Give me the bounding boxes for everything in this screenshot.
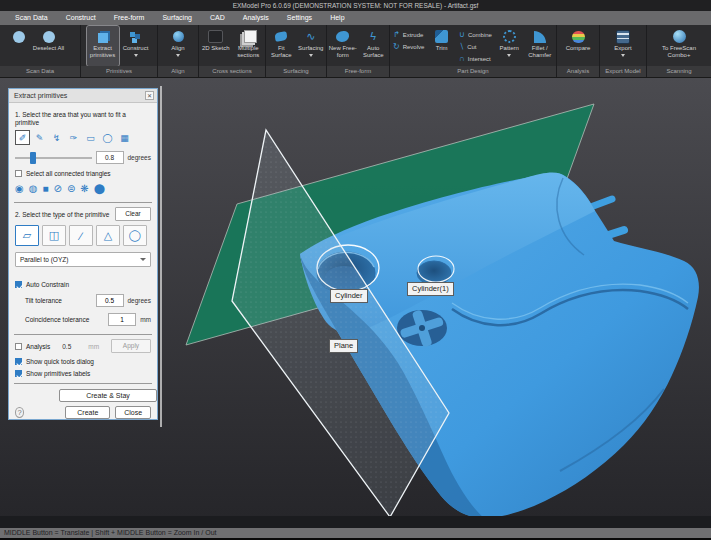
trim-icon <box>435 29 448 44</box>
coincidence-tolerance-field[interactable] <box>108 313 136 326</box>
region-tool-5[interactable]: ⊜ <box>67 184 75 194</box>
construct-button[interactable]: Construct <box>120 26 152 66</box>
cylinder-type-button[interactable]: ◫ <box>42 225 66 246</box>
cut-button[interactable]: ∖ Cut <box>459 43 492 51</box>
chevron-down-icon <box>134 54 138 57</box>
region-tool-4[interactable]: ⊘ <box>54 184 62 194</box>
analysis-checkbox[interactable] <box>15 343 22 350</box>
export-button[interactable]: Export <box>607 26 639 66</box>
construct-icon <box>130 29 141 44</box>
align-button[interactable]: Align <box>162 26 194 66</box>
multiple-sections-button[interactable]: Multiple sections <box>233 26 265 66</box>
intersect-button[interactable]: ∩ Intersect <box>459 55 492 63</box>
line-select-tool[interactable]: ✎ <box>32 130 47 145</box>
fit-surface-icon <box>275 29 287 44</box>
2d-sketch-button[interactable]: 2D Sketch <box>200 26 232 66</box>
paint-all-select-tool[interactable]: ▦ <box>117 130 132 145</box>
plane-type-button[interactable]: ▱ <box>15 225 39 246</box>
slider-track[interactable] <box>15 157 92 159</box>
clipped-icon <box>23 29 25 44</box>
region-tool-2[interactable]: ◍ <box>29 184 38 194</box>
new-free-form-button[interactable]: New Free-form <box>328 26 358 66</box>
fillet-chamfer-button[interactable]: Fillet / Chamfer <box>525 26 555 66</box>
ribbon: Deselect All Scan Data Extract primitive… <box>0 25 711 77</box>
slider-handle[interactable] <box>30 152 36 164</box>
label-plane[interactable]: Plane <box>329 339 358 353</box>
create-button[interactable]: Create <box>65 406 110 419</box>
help-icon[interactable]: ? <box>15 407 24 418</box>
deselect-all-button[interactable]: Deselect All <box>33 26 65 66</box>
chevron-down-icon <box>507 54 511 57</box>
region-tool-7[interactable]: ⬤ <box>94 184 105 194</box>
region-tool-3[interactable]: ■ <box>42 184 48 194</box>
divider <box>14 383 152 384</box>
menu-settings[interactable]: Settings <box>278 11 321 25</box>
panel-resize-gutter[interactable] <box>160 86 162 427</box>
new-free-form-icon <box>336 29 349 44</box>
panel-header: Extract primitives ✕ <box>9 89 157 103</box>
panel-close-button[interactable]: ✕ <box>145 91 154 100</box>
chevron-down-icon <box>309 54 313 57</box>
rectangle-select-tool[interactable]: ▭ <box>83 130 98 145</box>
auto-constrain-row[interactable]: Auto Constrain <box>15 281 151 288</box>
primitives-labels-checkbox[interactable] <box>15 370 22 377</box>
ribbon-group-primitives: Extract primitives Construct Primitives <box>81 25 157 77</box>
trim-button[interactable]: Trim <box>427 26 456 66</box>
pattern-button[interactable]: Pattern <box>495 26 524 66</box>
extrude-button[interactable]: ↱ Extrude <box>393 31 424 39</box>
label-cylinder1[interactable]: Cylinder(1) <box>407 282 454 296</box>
analysis-unit: mm <box>88 343 99 350</box>
fit-surface-button[interactable]: Fit Surface <box>267 26 296 66</box>
menu-analysis[interactable]: Analysis <box>234 11 278 25</box>
window-title-bar: EXModel Pro 6.0.69 (DEMONSTRATION SYSTEM… <box>0 0 711 11</box>
polyline-select-tool[interactable]: ↯ <box>49 130 64 145</box>
to-freescan-button[interactable]: To FreeScan Combo+ <box>656 26 702 66</box>
extract-primitives-button[interactable]: Extract primitives <box>87 26 119 66</box>
menu-free-form[interactable]: Free-form <box>105 11 154 25</box>
quick-tools-row[interactable]: Show quick tools dialog <box>15 358 151 365</box>
select-all-checkbox[interactable] <box>15 170 22 177</box>
auto-surface-button[interactable]: ϟ Auto Surface <box>359 26 389 66</box>
panel-title: Extract primitives <box>14 92 67 99</box>
compare-button[interactable]: Compare <box>562 26 594 66</box>
ribbon-group-free-form: New Free-form ϟ Auto Surface Free-form <box>327 25 389 77</box>
parallel-to-select[interactable]: Parallel to (OYZ) <box>15 252 151 267</box>
auto-constrain-checkbox[interactable] <box>15 281 22 288</box>
menu-surfacing[interactable]: Surfacing <box>153 11 201 25</box>
menu-help[interactable]: Help <box>321 11 353 25</box>
brush-select-tool[interactable]: ✐ <box>15 130 30 145</box>
circle-select-tool[interactable]: ◯ <box>100 130 115 145</box>
primitive-type-tools: ▱ ◫ ∕ △ ◯ <box>15 225 151 246</box>
tilt-tolerance-field[interactable] <box>96 294 124 307</box>
close-button[interactable]: Close <box>115 406 151 419</box>
label-cylinder[interactable]: Cylinder <box>330 289 368 303</box>
multiple-sections-icon <box>240 29 257 44</box>
sphere-type-button[interactable]: ◯ <box>123 225 147 246</box>
clipped-button[interactable] <box>16 26 32 66</box>
menu-construct[interactable]: Construct <box>57 11 105 25</box>
section1-label: 1. Select the area that you want to fit … <box>15 111 151 127</box>
chevron-down-icon <box>621 54 625 57</box>
apply-button[interactable]: Apply <box>111 339 151 353</box>
ribbon-group-export-model: Export Export Model <box>600 25 646 77</box>
select-all-row[interactable]: Select all connected triangles <box>15 170 151 177</box>
cone-type-button[interactable]: △ <box>96 225 120 246</box>
clear-button[interactable]: Clear <box>115 207 151 221</box>
quick-tools-checkbox[interactable] <box>15 358 22 365</box>
menu-scan-data[interactable]: Scan Data <box>6 11 57 25</box>
combine-button[interactable]: ∪ Combine <box>459 31 492 39</box>
coincidence-tolerance-row: Coincidence tolerance mm <box>15 313 151 326</box>
primitives-labels-row[interactable]: Show primitives labels <box>15 370 151 377</box>
surfacing-button[interactable]: ∿ Surfacing <box>297 26 326 66</box>
menu-cad[interactable]: CAD <box>201 11 234 25</box>
ribbon-group-scanning: To FreeScan Combo+ Scanning <box>647 25 711 77</box>
status-hint: MIDDLE Button = Translate | Shift + MIDD… <box>4 529 217 536</box>
ribbon-group-align: Align Align <box>158 25 198 77</box>
lasso-select-tool[interactable]: ✑ <box>66 130 81 145</box>
slider-value-field[interactable]: 0.8 <box>96 151 124 164</box>
revolve-button[interactable]: ↻ Revolve <box>393 43 424 51</box>
create-and-stay-button[interactable]: Create & Stay <box>59 389 157 402</box>
region-tool-1[interactable]: ◉ <box>15 184 24 194</box>
line-type-button[interactable]: ∕ <box>69 225 93 246</box>
region-tool-6[interactable]: ❋ <box>80 184 88 194</box>
